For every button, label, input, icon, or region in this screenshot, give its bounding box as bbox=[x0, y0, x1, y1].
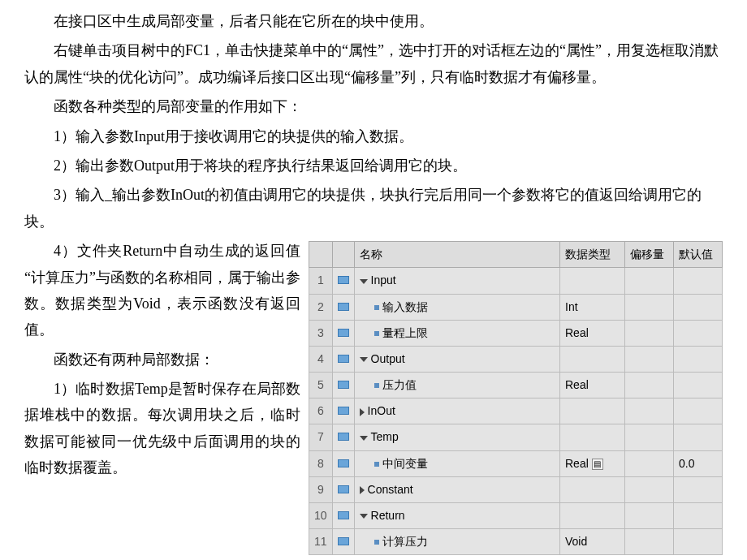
document-body: 在接口区中生成局部变量，后者只能在它所在的块中使用。 右键单击项目树中的FC1，… bbox=[24, 8, 723, 555]
row-number: 11 bbox=[309, 529, 333, 555]
table-row[interactable]: 9Constant bbox=[309, 476, 723, 502]
col-offset: 偏移量 bbox=[625, 242, 674, 268]
data-type-cell[interactable]: Int bbox=[560, 294, 625, 320]
offset-cell bbox=[625, 450, 674, 476]
variable-name-cell[interactable]: 中间变量 bbox=[354, 450, 559, 476]
variable-icon bbox=[332, 424, 354, 450]
table-row[interactable]: 11计算压力Void bbox=[309, 529, 723, 555]
para-4: 1）输入参数Input用于接收调用它的块提供的输入数据。 bbox=[24, 123, 723, 149]
offset-cell bbox=[625, 268, 674, 294]
table-row[interactable]: 10Return bbox=[309, 503, 723, 529]
row-number: 2 bbox=[309, 294, 333, 320]
table-row[interactable]: 4Output bbox=[309, 346, 723, 372]
data-type-cell[interactable] bbox=[560, 476, 625, 502]
variable-name-cell[interactable]: Temp bbox=[354, 424, 559, 450]
item-bullet-icon bbox=[374, 305, 379, 310]
variable-name: Temp bbox=[371, 430, 399, 443]
chevron-down-icon[interactable] bbox=[360, 514, 368, 519]
default-value-cell[interactable] bbox=[674, 476, 723, 502]
data-type-cell[interactable] bbox=[560, 346, 625, 372]
default-value-cell[interactable] bbox=[674, 294, 723, 320]
variable-name: Input bbox=[371, 274, 396, 286]
item-bullet-icon bbox=[374, 462, 379, 467]
col-default: 默认值 bbox=[674, 242, 723, 268]
row-number: 8 bbox=[309, 450, 333, 476]
table-header-row: 名称 数据类型 偏移量 默认值 bbox=[309, 242, 723, 268]
data-type-cell[interactable]: Real bbox=[560, 320, 625, 346]
chevron-right-icon[interactable] bbox=[360, 486, 365, 494]
table-row[interactable]: 1Input bbox=[309, 268, 723, 294]
default-value-cell[interactable] bbox=[674, 424, 723, 450]
data-type-cell[interactable] bbox=[560, 503, 625, 529]
col-name: 名称 bbox=[354, 242, 559, 268]
variable-name-cell[interactable]: Output bbox=[354, 346, 559, 372]
para-8: 函数还有两种局部数据： bbox=[24, 347, 300, 373]
variable-name-cell[interactable]: Return bbox=[354, 503, 559, 529]
table-row[interactable]: 3量程上限Real bbox=[309, 320, 723, 346]
default-value-cell[interactable] bbox=[674, 346, 723, 372]
variable-name-cell[interactable]: 计算压力 bbox=[354, 529, 559, 555]
offset-cell bbox=[625, 294, 674, 320]
variable-icon bbox=[332, 268, 354, 294]
variable-table: 名称 数据类型 偏移量 默认值 1Input2输入数据Int3量程上限Real4… bbox=[309, 241, 723, 555]
table-row[interactable]: 5压力值Real bbox=[309, 373, 723, 398]
default-value-cell[interactable]: 0.0 bbox=[674, 450, 723, 476]
variable-icon bbox=[332, 373, 354, 398]
data-type-cell[interactable]: Real▤ bbox=[560, 450, 625, 476]
table-row[interactable]: 7Temp bbox=[309, 424, 723, 450]
table-row[interactable]: 8中间变量Real▤0.0 bbox=[309, 450, 723, 476]
table-row[interactable]: 2输入数据Int bbox=[309, 294, 723, 320]
variable-icon bbox=[332, 529, 354, 555]
para-3: 函数各种类型的局部变量的作用如下： bbox=[24, 93, 723, 119]
chevron-down-icon[interactable] bbox=[360, 279, 368, 284]
default-value-cell[interactable] bbox=[674, 529, 723, 555]
variable-name: 计算压力 bbox=[382, 535, 428, 548]
table-row[interactable]: 6InOut bbox=[309, 398, 723, 424]
variable-name: 压力值 bbox=[382, 378, 417, 391]
variable-name: 中间变量 bbox=[382, 457, 428, 470]
variable-name: 量程上限 bbox=[382, 326, 428, 339]
variable-name-cell[interactable]: Input bbox=[354, 268, 559, 294]
variable-name-cell[interactable]: 输入数据 bbox=[354, 294, 559, 320]
variable-name-cell[interactable]: Constant bbox=[354, 476, 559, 502]
col-type: 数据类型 bbox=[560, 242, 625, 268]
default-value-cell[interactable] bbox=[674, 320, 723, 346]
text-column: 4）文件夹Return中自动生成的返回值“计算压力”与函数的名称相同，属于输出参… bbox=[24, 238, 300, 485]
data-type-cell[interactable] bbox=[560, 424, 625, 450]
data-type-cell[interactable] bbox=[560, 268, 625, 294]
variable-icon bbox=[332, 503, 354, 529]
variable-name: Output bbox=[371, 352, 405, 365]
row-number: 7 bbox=[309, 424, 333, 450]
chevron-down-icon[interactable] bbox=[360, 436, 368, 441]
variable-icon bbox=[332, 398, 354, 424]
variable-icon bbox=[332, 450, 354, 476]
para-5: 2）输出参数Output用于将块的程序执行结果返回给调用它的块。 bbox=[24, 153, 723, 179]
offset-cell bbox=[625, 398, 674, 424]
variable-name-cell[interactable]: 量程上限 bbox=[354, 320, 559, 346]
chevron-right-icon[interactable] bbox=[360, 408, 365, 416]
variable-name-cell[interactable]: 压力值 bbox=[354, 373, 559, 398]
default-value-cell[interactable] bbox=[674, 398, 723, 424]
offset-cell bbox=[625, 373, 674, 398]
offset-cell bbox=[625, 529, 674, 555]
variable-icon bbox=[332, 346, 354, 372]
data-type-cell[interactable]: Void bbox=[560, 529, 625, 555]
row-number: 3 bbox=[309, 320, 333, 346]
chevron-down-icon[interactable] bbox=[360, 357, 368, 362]
item-bullet-icon bbox=[374, 540, 379, 545]
variable-icon bbox=[332, 294, 354, 320]
data-type-cell[interactable] bbox=[560, 398, 625, 424]
default-value-cell[interactable] bbox=[674, 373, 723, 398]
variable-name-cell[interactable]: InOut bbox=[354, 398, 559, 424]
row-number: 10 bbox=[309, 503, 333, 529]
default-value-cell[interactable] bbox=[674, 268, 723, 294]
item-bullet-icon bbox=[374, 331, 379, 336]
type-picker-icon[interactable]: ▤ bbox=[592, 459, 603, 470]
para-7: 4）文件夹Return中自动生成的返回值“计算压力”与函数的名称相同，属于输出参… bbox=[24, 238, 300, 343]
default-value-cell[interactable] bbox=[674, 503, 723, 529]
offset-cell bbox=[625, 346, 674, 372]
row-number: 1 bbox=[309, 268, 333, 294]
data-type-cell[interactable]: Real bbox=[560, 373, 625, 398]
row-number: 4 bbox=[309, 346, 333, 372]
row-number: 5 bbox=[309, 373, 333, 398]
